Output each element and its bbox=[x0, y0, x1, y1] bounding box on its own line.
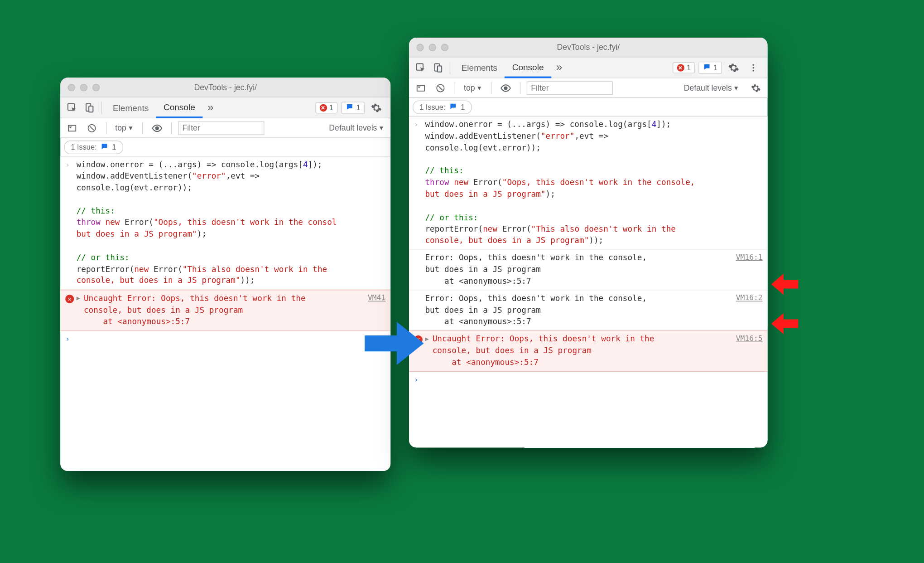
error-row[interactable]: ✕ ▶ Uncaught Error: Oops, this doesn't w… bbox=[409, 330, 768, 371]
eye-icon[interactable] bbox=[498, 80, 514, 96]
tabs-overflow[interactable]: » bbox=[202, 97, 218, 118]
console-toolbar: top ▼ Default levels ▼ bbox=[409, 78, 768, 98]
error-row[interactable]: ✕ ▶ Uncaught Error: Oops, this doesn't w… bbox=[60, 290, 390, 331]
console-prompt[interactable]: › bbox=[60, 331, 390, 347]
tabs: Elements Console » bbox=[106, 97, 219, 118]
issues-chip[interactable]: 1 Issue: 1 bbox=[413, 100, 472, 114]
traffic-lights[interactable] bbox=[60, 83, 100, 91]
tabs: Elements Console » bbox=[454, 57, 567, 78]
console-code: window.onerror = (...args) => console.lo… bbox=[425, 119, 762, 247]
titlebar: DevTools - jec.fyi/ bbox=[60, 78, 390, 97]
tab-console[interactable]: Console bbox=[156, 97, 203, 118]
main-toolbar: Elements Console » ✕1 1 bbox=[409, 57, 768, 78]
message-badge[interactable]: 1 bbox=[342, 102, 365, 114]
error-text: Uncaught Error: Oops, this doesn't work … bbox=[433, 334, 731, 369]
error-text: Uncaught Error: Oops, this doesn't work … bbox=[84, 293, 363, 328]
log-row[interactable]: Error: Oops, this doesn't work in the co… bbox=[409, 290, 768, 330]
device-icon[interactable] bbox=[430, 59, 446, 75]
issues-bar: 1 Issue: 1 bbox=[60, 138, 390, 157]
gear-icon[interactable] bbox=[726, 59, 741, 75]
context-dropdown[interactable]: top ▼ bbox=[462, 82, 485, 94]
window-title: DevTools - jec.fyi/ bbox=[409, 43, 768, 52]
tab-console[interactable]: Console bbox=[505, 57, 551, 78]
svg-rect-12 bbox=[417, 85, 424, 91]
annotation-arrow-big bbox=[365, 322, 424, 365]
sidebar-toggle-icon[interactable] bbox=[64, 120, 80, 136]
error-badge[interactable]: ✕1 bbox=[315, 102, 338, 113]
console-input-row: › window.onerror = (...args) => console.… bbox=[409, 116, 768, 250]
gear-icon[interactable] bbox=[748, 80, 764, 96]
log-row[interactable]: Error: Oops, this doesn't work in the co… bbox=[409, 250, 768, 290]
inspect-icon[interactable] bbox=[413, 59, 428, 75]
gear-icon[interactable] bbox=[368, 100, 384, 116]
console-toolbar: top ▼ Default levels ▼ bbox=[60, 118, 390, 138]
svg-rect-2 bbox=[89, 106, 93, 112]
clear-icon[interactable] bbox=[84, 120, 100, 136]
expand-icon[interactable]: ▶ bbox=[77, 293, 84, 328]
source-link[interactable]: VM16:5 bbox=[731, 334, 763, 369]
device-icon[interactable] bbox=[82, 100, 97, 116]
filter-input[interactable] bbox=[527, 81, 613, 95]
titlebar: DevTools - jec.fyi/ bbox=[409, 38, 768, 58]
tab-elements[interactable]: Elements bbox=[106, 97, 156, 118]
svg-point-5 bbox=[156, 126, 159, 129]
console-input-row: › window.onerror = (...args) => console.… bbox=[60, 156, 390, 290]
issues-chip[interactable]: 1 Issue: 1 bbox=[64, 140, 123, 154]
issues-bar: 1 Issue: 1 bbox=[409, 98, 768, 116]
tab-elements[interactable]: Elements bbox=[454, 57, 505, 78]
svg-point-14 bbox=[504, 87, 507, 89]
context-dropdown[interactable]: top ▼ bbox=[113, 122, 136, 134]
sidebar-toggle-icon[interactable] bbox=[413, 80, 428, 96]
console-output: › window.onerror = (...args) => console.… bbox=[60, 156, 390, 471]
error-badge[interactable]: ✕1 bbox=[673, 62, 695, 73]
svg-point-10 bbox=[752, 67, 754, 68]
console-code: window.onerror = (...args) => console.lo… bbox=[77, 159, 386, 287]
filter-input[interactable] bbox=[178, 121, 264, 135]
devtools-window-after: DevTools - jec.fyi/ Elements Console » ✕… bbox=[409, 38, 768, 447]
svg-rect-3 bbox=[68, 125, 76, 131]
inspect-icon[interactable] bbox=[64, 100, 80, 116]
levels-dropdown[interactable]: Default levels ▼ bbox=[684, 83, 742, 92]
prompt-icon: › bbox=[65, 159, 76, 287]
source-link[interactable]: VM16:2 bbox=[731, 293, 763, 328]
tabs-overflow[interactable]: » bbox=[551, 57, 567, 78]
traffic-lights[interactable] bbox=[409, 44, 448, 51]
annotation-arrow-small bbox=[771, 313, 799, 334]
svg-point-11 bbox=[752, 69, 754, 71]
log-text: Error: Oops, this doesn't work in the co… bbox=[425, 293, 731, 328]
devtools-window-before: DevTools - jec.fyi/ Elements Console » ✕… bbox=[60, 78, 390, 471]
expand-icon[interactable]: ▶ bbox=[425, 334, 432, 369]
source-link[interactable]: VM16:1 bbox=[731, 252, 763, 287]
kebab-icon[interactable] bbox=[746, 59, 761, 75]
message-badge[interactable]: 1 bbox=[699, 61, 722, 73]
clear-icon[interactable] bbox=[433, 80, 448, 96]
window-title: DevTools - jec.fyi/ bbox=[60, 83, 390, 92]
prompt-icon: › bbox=[414, 119, 425, 247]
console-prompt[interactable]: › bbox=[409, 372, 768, 388]
log-text: Error: Oops, this doesn't work in the co… bbox=[425, 252, 731, 287]
annotation-arrow-small bbox=[771, 274, 799, 295]
eye-icon[interactable] bbox=[149, 120, 165, 136]
console-output: › window.onerror = (...args) => console.… bbox=[409, 116, 768, 447]
levels-dropdown[interactable]: Default levels ▼ bbox=[329, 123, 387, 132]
svg-point-9 bbox=[752, 64, 754, 66]
error-icon: ✕ bbox=[65, 295, 74, 303]
main-toolbar: Elements Console » ✕1 1 bbox=[60, 97, 390, 118]
svg-rect-8 bbox=[438, 66, 442, 72]
